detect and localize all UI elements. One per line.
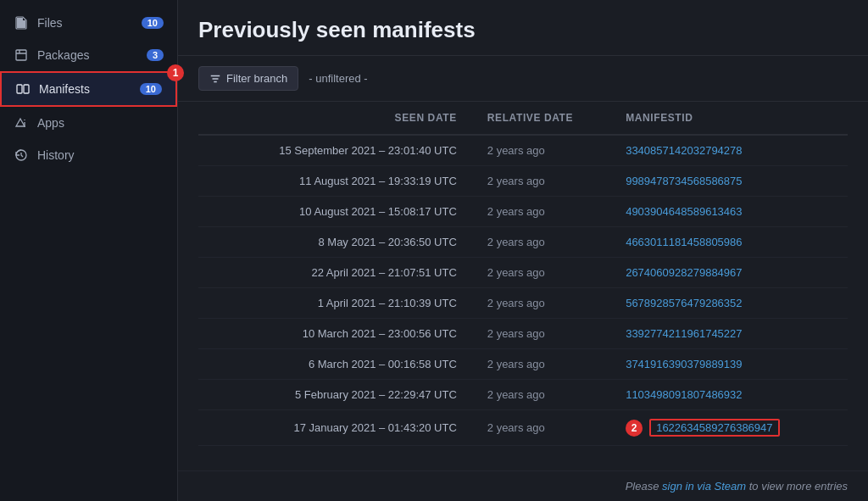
app-container: Files 10 Packages 3 Manifes: [0, 0, 868, 501]
cell-relative-date: 2 years ago: [474, 227, 619, 258]
sidebar-item-apps-label: Apps: [37, 116, 64, 130]
cell-seen-date: 11 August 2021 – 19:33:19 UTC: [198, 166, 474, 197]
col-relative-date: RELATIVE DATE: [474, 102, 619, 135]
cell-relative-date: 2 years ago: [474, 319, 619, 349]
table-row: 22 April 2021 – 21:07:51 UTC2 years ago2…: [198, 258, 848, 288]
footer-text-after: to view more entries: [746, 480, 848, 493]
page-title: Previously seen manifests: [198, 17, 848, 43]
cell-manifest-id[interactable]: 21622634589276386947: [619, 410, 848, 446]
page-header: Previously seen manifests: [178, 0, 868, 56]
sign-in-link[interactable]: sign in via Steam: [662, 480, 746, 493]
manifest-id-value[interactable]: 1103498091807486932: [626, 388, 742, 401]
table-row: 10 August 2021 – 15:08:17 UTC2 years ago…: [198, 197, 848, 227]
table-header-row: SEEN DATE RELATIVE DATE MANIFESTID: [198, 102, 848, 135]
table-row: 15 September 2021 – 23:01:40 UTC2 years …: [198, 135, 848, 166]
cell-relative-date: 2 years ago: [474, 166, 619, 197]
sidebar-item-manifests-label: Manifests: [39, 82, 90, 96]
annotation-marker-2: 2: [626, 420, 643, 437]
annotation-marker-1: 1: [167, 64, 184, 81]
sidebar-manifests-badge: 10: [140, 83, 162, 95]
manifest-id-value[interactable]: 4663011181458805986: [626, 236, 742, 248]
table-row: 11 August 2021 – 19:33:19 UTC2 years ago…: [198, 166, 848, 197]
cell-manifest-id[interactable]: 9989478734568586875: [619, 166, 848, 197]
sidebar-item-packages[interactable]: Packages 3: [0, 39, 177, 71]
table-body: 15 September 2021 – 23:01:40 UTC2 years …: [198, 135, 848, 446]
manifest-id-value[interactable]: 2674060928279884967: [626, 266, 742, 279]
manifests-table: SEEN DATE RELATIVE DATE MANIFESTID 15 Se…: [198, 102, 848, 446]
table-row: 6 March 2021 – 00:16:58 UTC2 years ago37…: [198, 349, 848, 380]
cell-manifest-id[interactable]: 1103498091807486932: [619, 380, 848, 410]
manifest-id-value[interactable]: 9989478734568586875: [626, 175, 742, 187]
cell-seen-date: 10 March 2021 – 23:00:56 UTC: [198, 319, 474, 349]
cell-relative-date: 2 years ago: [474, 135, 619, 166]
sidebar: Files 10 Packages 3 Manifes: [0, 0, 178, 501]
manifests-table-container: SEEN DATE RELATIVE DATE MANIFESTID 15 Se…: [178, 102, 868, 470]
table-row: 5 February 2021 – 22:29:47 UTC2 years ag…: [198, 380, 848, 410]
cell-manifest-id[interactable]: 3340857142032794278: [619, 135, 848, 166]
cell-relative-date: 2 years ago: [474, 349, 619, 380]
sidebar-item-files-label: Files: [37, 16, 63, 30]
file-icon: [14, 15, 29, 31]
table-row: 10 March 2021 – 23:00:56 UTC2 years ago3…: [198, 319, 848, 349]
main-content: Previously seen manifests Filter branch …: [178, 0, 868, 501]
table-row: 1 April 2021 – 21:10:39 UTC2 years ago56…: [198, 288, 848, 319]
cell-seen-date: 1 April 2021 – 21:10:39 UTC: [198, 288, 474, 319]
manifest-id-value[interactable]: 3741916390379889139: [626, 358, 742, 370]
cell-relative-date: 2 years ago: [474, 258, 619, 288]
cell-manifest-id[interactable]: 3392774211961745227: [619, 319, 848, 349]
cell-seen-date: 8 May 2021 – 20:36:50 UTC: [198, 227, 474, 258]
cell-manifest-id[interactable]: 5678928576479286352: [619, 288, 848, 319]
table-row: 8 May 2021 – 20:36:50 UTC2 years ago4663…: [198, 227, 848, 258]
cell-manifest-id[interactable]: 4663011181458805986: [619, 227, 848, 258]
col-manifest-id: MANIFESTID: [619, 102, 848, 135]
apps-icon: [14, 115, 29, 131]
svg-rect-1: [17, 85, 22, 93]
manifest-id-value[interactable]: 4903904648589613463: [626, 205, 742, 218]
sidebar-item-history-label: History: [37, 148, 75, 162]
footer-note: Please sign in via Steam to view more en…: [178, 470, 868, 501]
cell-seen-date: 10 August 2021 – 15:08:17 UTC: [198, 197, 474, 227]
filter-branch-button[interactable]: Filter branch: [198, 66, 298, 91]
cell-seen-date: 22 April 2021 – 21:07:51 UTC: [198, 258, 474, 288]
filter-icon: [209, 73, 221, 85]
manifest-id-value[interactable]: 5678928576479286352: [626, 297, 742, 309]
cell-manifest-id[interactable]: 2674060928279884967: [619, 258, 848, 288]
cell-manifest-id[interactable]: 4903904648589613463: [619, 197, 848, 227]
filter-branch-label: Filter branch: [226, 72, 287, 85]
cell-relative-date: 2 years ago: [474, 288, 619, 319]
cell-seen-date: 6 March 2021 – 00:16:58 UTC: [198, 349, 474, 380]
history-icon: [14, 148, 29, 163]
manifest-id-value[interactable]: 1622634589276386947: [649, 419, 779, 437]
package-icon: [14, 47, 29, 63]
table-row: 17 January 2021 – 01:43:20 UTC2 years ag…: [198, 410, 848, 446]
cell-relative-date: 2 years ago: [474, 380, 619, 410]
sidebar-files-badge: 10: [142, 17, 164, 29]
manifest-id-value[interactable]: 3340857142032794278: [626, 144, 742, 157]
manifests-icon: [15, 81, 31, 97]
manifest-id-value[interactable]: 3392774211961745227: [626, 327, 742, 340]
sidebar-item-packages-label: Packages: [37, 48, 89, 62]
cell-relative-date: 2 years ago: [474, 197, 619, 227]
sidebar-item-apps[interactable]: Apps: [0, 107, 177, 139]
svg-rect-2: [24, 85, 29, 93]
svg-rect-0: [16, 50, 26, 60]
cell-seen-date: 15 September 2021 – 23:01:40 UTC: [198, 135, 474, 166]
sidebar-item-manifests[interactable]: Manifests 10 1: [0, 71, 177, 107]
col-seen-date: SEEN DATE: [198, 102, 474, 135]
footer-text-before: Please: [626, 480, 662, 493]
sidebar-item-history[interactable]: History: [0, 139, 177, 171]
filter-bar: Filter branch - unfiltered -: [178, 56, 868, 102]
cell-seen-date: 5 February 2021 – 22:29:47 UTC: [198, 380, 474, 410]
cell-manifest-id[interactable]: 3741916390379889139: [619, 349, 848, 380]
sidebar-packages-badge: 3: [147, 49, 164, 61]
cell-seen-date: 17 January 2021 – 01:43:20 UTC: [198, 410, 474, 446]
filter-current-value: - unfiltered -: [309, 72, 367, 85]
cell-relative-date: 2 years ago: [474, 410, 619, 446]
sidebar-item-files[interactable]: Files 10: [0, 7, 177, 39]
